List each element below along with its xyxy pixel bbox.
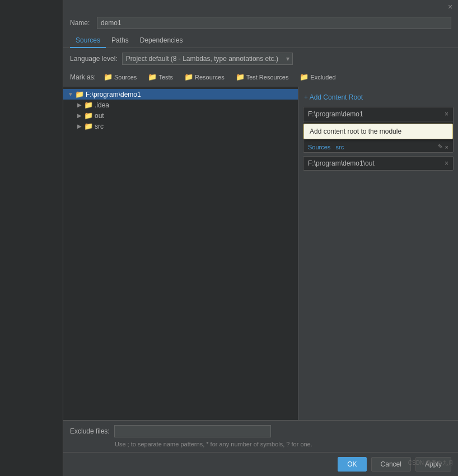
language-select-wrapper: Project default (8 - Lambdas, type annot… <box>122 53 293 65</box>
resources-folder-icon: 📁 <box>184 73 193 81</box>
tree-arrow-src: ▶ <box>77 123 82 129</box>
tab-dependencies[interactable]: Dependencies <box>134 34 189 48</box>
exclude-input[interactable] <box>114 425 271 437</box>
tab-sources[interactable]: Sources <box>70 34 106 48</box>
source-root-label: Sources src <box>308 144 344 150</box>
content-area: ▼ 📁 F:\program\demo1 ▶ 📁 .idea ▶ 📁 out <box>63 87 458 420</box>
title-bar: × <box>63 0 458 13</box>
tree-arrow-out: ▶ <box>77 112 82 119</box>
source-root-item: Sources src ✎ × <box>303 142 453 152</box>
source-root-path: src <box>336 144 344 150</box>
ok-button[interactable]: OK <box>338 457 366 472</box>
lang-row: Language level: Project default (8 - Lam… <box>63 48 458 69</box>
exclude-label: Exclude files: <box>70 427 110 435</box>
mark-as-label: Mark as: <box>70 73 96 81</box>
watermark: CSDN @季白九月 <box>408 459 454 467</box>
tree-arrow-idea: ▶ <box>77 102 82 108</box>
source-root-edit-button[interactable]: ✎ <box>438 143 443 150</box>
left-sidebar <box>0 0 63 476</box>
name-input[interactable] <box>97 17 451 29</box>
name-label: Name: <box>70 19 92 27</box>
content-root-close-2[interactable]: × <box>445 159 448 167</box>
mark-testresources-label: Test Resources <box>246 74 289 81</box>
excluded-root-header: F:\program\demo1\out × <box>303 157 453 170</box>
source-root-type-label: Sources <box>308 144 330 150</box>
tree-item-root-label: F:\program\demo1 <box>86 91 141 98</box>
content-root-item-2: F:\program\demo1\out × <box>303 156 454 171</box>
tooltip-add-content-root: Add content root to the module <box>303 124 453 139</box>
excluded-root-title: F:\program\demo1\out <box>308 159 375 167</box>
tree-item-src-label: src <box>95 122 104 130</box>
content-root-title-1: F:\program\demo1 <box>308 110 363 118</box>
mark-resources-label: Resources <box>195 74 225 81</box>
name-row: Name: <box>63 13 458 34</box>
mark-excluded-button[interactable]: 📁 Excluded <box>296 72 339 82</box>
idea-folder-icon: 📁 <box>84 101 93 109</box>
testresources-folder-icon: 📁 <box>236 73 245 81</box>
mark-tests-button[interactable]: 📁 Tests <box>144 72 176 82</box>
content-root-close-1[interactable]: × <box>445 110 448 118</box>
tree-item-idea-label: .idea <box>95 101 109 109</box>
content-root-item-1: F:\program\demo1 × Add content root to t… <box>303 107 454 153</box>
tree-item-idea[interactable]: ▶ 📁 .idea <box>72 100 298 110</box>
mark-as-row: Mark as: 📁 Sources 📁 Tests 📁 Resources 📁… <box>63 69 458 87</box>
mark-resources-button[interactable]: 📁 Resources <box>181 72 228 82</box>
right-panel: + Add Content Root F:\program\demo1 × Ad… <box>298 87 458 420</box>
tree-item-src[interactable]: ▶ 📁 src <box>72 121 298 131</box>
root-folder-icon: 📁 <box>75 90 84 98</box>
mark-tests-label: Tests <box>158 74 173 81</box>
tree-item-root[interactable]: ▼ 📁 F:\program\demo1 <box>63 89 298 100</box>
tree-item-out-label: out <box>95 112 104 120</box>
tree-arrow-root: ▼ <box>68 91 73 97</box>
action-buttons: OK Cancel Apply <box>63 452 458 476</box>
mark-sources-label: Sources <box>114 74 137 81</box>
out-folder-icon: 📁 <box>84 111 93 120</box>
cancel-button[interactable]: Cancel <box>371 457 411 472</box>
bottom-bar: Exclude files: Use ; to separate name pa… <box>63 420 458 452</box>
tree-item-out[interactable]: ▶ 📁 out <box>72 110 298 121</box>
content-root-header-1: F:\program\demo1 × <box>303 107 453 121</box>
main-dialog: × Name: Sources Paths Dependencies Langu… <box>63 0 458 476</box>
sources-folder-icon: 📁 <box>104 73 113 81</box>
dialog-wrapper: × Name: Sources Paths Dependencies Langu… <box>0 0 458 476</box>
mark-excluded-label: Excluded <box>310 74 335 81</box>
mark-sources-button[interactable]: 📁 Sources <box>100 72 140 82</box>
close-button[interactable]: × <box>446 2 455 11</box>
exclude-row: Exclude files: <box>70 425 451 437</box>
source-root-actions: ✎ × <box>438 143 448 150</box>
mark-testresources-button[interactable]: 📁 Test Resources <box>232 72 292 82</box>
tests-folder-icon: 📁 <box>148 73 157 81</box>
source-root-remove-button[interactable]: × <box>445 144 448 150</box>
add-content-root-button[interactable]: + Add Content Root <box>303 91 454 103</box>
tab-paths[interactable]: Paths <box>106 34 134 48</box>
language-select[interactable]: Project default (8 - Lambdas, type annot… <box>122 53 293 65</box>
tabs-row: Sources Paths Dependencies <box>63 34 458 48</box>
excluded-folder-icon: 📁 <box>300 73 309 81</box>
src-folder-icon: 📁 <box>84 122 93 130</box>
tree-panel: ▼ 📁 F:\program\demo1 ▶ 📁 .idea ▶ 📁 out <box>63 87 298 420</box>
exclude-hint: Use ; to separate name patterns, * for a… <box>70 441 451 447</box>
language-label: Language level: <box>70 55 118 63</box>
